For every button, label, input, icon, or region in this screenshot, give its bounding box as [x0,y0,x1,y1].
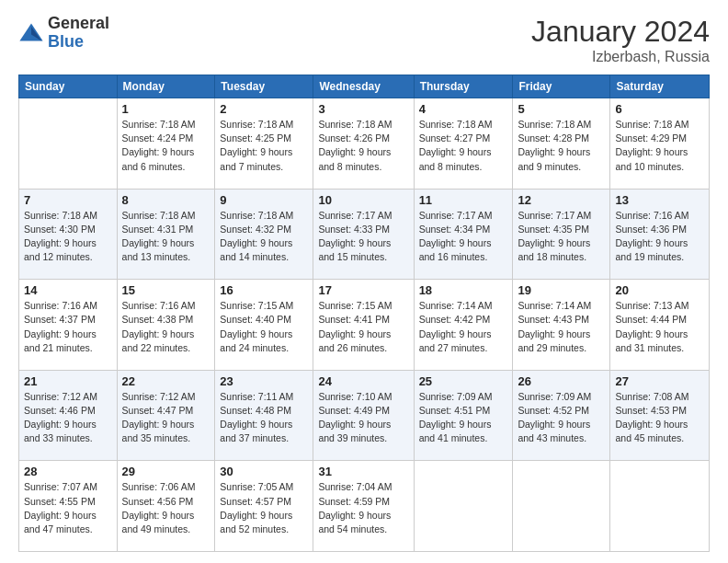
cell-day-number: 12 [518,193,605,207]
calendar-cell: 23Sunrise: 7:11 AM Sunset: 4:48 PM Dayli… [215,370,313,461]
cell-info: Sunrise: 7:18 AM Sunset: 4:31 PM Dayligh… [122,209,210,265]
cell-day-number: 21 [24,374,112,388]
cell-day-number: 27 [615,374,704,388]
cell-day-number: 18 [419,283,508,297]
header-cell-monday: Monday [117,75,215,98]
cell-day-number: 30 [220,465,308,478]
cell-info: Sunrise: 7:15 AM Sunset: 4:40 PM Dayligh… [220,299,308,355]
cell-day-number: 13 [615,193,704,207]
cell-info: Sunrise: 7:18 AM Sunset: 4:30 PM Dayligh… [24,209,112,265]
cell-info: Sunrise: 7:18 AM Sunset: 4:24 PM Dayligh… [122,118,210,174]
calendar-cell: 1Sunrise: 7:18 AM Sunset: 4:24 PM Daylig… [117,98,215,190]
cell-day-number: 9 [220,193,308,207]
calendar-cell: 10Sunrise: 7:17 AM Sunset: 4:33 PM Dayli… [313,189,414,280]
calendar-cell: 7Sunrise: 7:18 AM Sunset: 4:30 PM Daylig… [19,189,118,280]
calendar-cell [513,461,610,552]
cell-info: Sunrise: 7:18 AM Sunset: 4:27 PM Dayligh… [419,118,508,174]
cell-info: Sunrise: 7:09 AM Sunset: 4:51 PM Dayligh… [419,390,508,446]
calendar-cell: 26Sunrise: 7:09 AM Sunset: 4:52 PM Dayli… [513,370,610,461]
calendar-cell: 13Sunrise: 7:16 AM Sunset: 4:36 PM Dayli… [610,189,710,280]
week-row-4: 28Sunrise: 7:07 AM Sunset: 4:55 PM Dayli… [19,461,710,552]
cell-day-number: 16 [220,283,308,297]
cell-day-number: 31 [318,465,408,478]
logo: General Blue [18,15,109,52]
cell-info: Sunrise: 7:17 AM Sunset: 4:33 PM Dayligh… [318,209,408,265]
cell-info: Sunrise: 7:04 AM Sunset: 4:59 PM Dayligh… [318,480,408,536]
cell-day-number: 7 [24,193,112,207]
header-cell-thursday: Thursday [414,75,513,98]
header-cell-tuesday: Tuesday [215,75,313,98]
cell-day-number: 23 [220,374,308,388]
calendar-cell: 6Sunrise: 7:18 AM Sunset: 4:29 PM Daylig… [610,98,710,190]
week-row-2: 14Sunrise: 7:16 AM Sunset: 4:37 PM Dayli… [19,280,710,371]
cell-info: Sunrise: 7:17 AM Sunset: 4:34 PM Dayligh… [419,209,508,265]
cell-info: Sunrise: 7:18 AM Sunset: 4:25 PM Dayligh… [220,118,308,174]
cell-info: Sunrise: 7:16 AM Sunset: 4:38 PM Dayligh… [122,299,210,355]
header-row: SundayMondayTuesdayWednesdayThursdayFrid… [19,75,710,98]
cell-info: Sunrise: 7:16 AM Sunset: 4:36 PM Dayligh… [615,209,704,265]
cell-day-number: 20 [615,283,704,297]
cell-info: Sunrise: 7:07 AM Sunset: 4:55 PM Dayligh… [24,480,112,536]
cell-info: Sunrise: 7:16 AM Sunset: 4:37 PM Dayligh… [24,299,112,355]
cell-day-number: 3 [318,102,408,116]
calendar-cell: 19Sunrise: 7:14 AM Sunset: 4:43 PM Dayli… [513,280,610,371]
calendar-cell: 31Sunrise: 7:04 AM Sunset: 4:59 PM Dayli… [313,461,414,552]
cell-info: Sunrise: 7:06 AM Sunset: 4:56 PM Dayligh… [122,480,210,536]
title-block: January 2024 Izberbash, Russia [531,15,710,65]
calendar-cell: 20Sunrise: 7:13 AM Sunset: 4:44 PM Dayli… [610,280,710,371]
calendar-cell: 16Sunrise: 7:15 AM Sunset: 4:40 PM Dayli… [215,280,313,371]
cell-info: Sunrise: 7:14 AM Sunset: 4:42 PM Dayligh… [419,299,508,355]
logo-blue-text: Blue [48,33,109,52]
cell-day-number: 28 [24,465,112,478]
logo-text: General Blue [48,15,109,52]
cell-day-number: 11 [419,193,508,207]
calendar-table: SundayMondayTuesdayWednesdayThursdayFrid… [18,75,710,552]
cell-info: Sunrise: 7:14 AM Sunset: 4:43 PM Dayligh… [518,299,605,355]
calendar-cell: 8Sunrise: 7:18 AM Sunset: 4:31 PM Daylig… [117,189,215,280]
cell-info: Sunrise: 7:09 AM Sunset: 4:52 PM Dayligh… [518,390,605,446]
cell-day-number: 29 [122,465,210,478]
cell-info: Sunrise: 7:17 AM Sunset: 4:35 PM Dayligh… [518,209,605,265]
logo-general-text: General [48,15,109,33]
cell-info: Sunrise: 7:18 AM Sunset: 4:28 PM Dayligh… [518,118,605,174]
cell-day-number: 8 [122,193,210,207]
calendar-cell: 12Sunrise: 7:17 AM Sunset: 4:35 PM Dayli… [513,189,610,280]
week-row-3: 21Sunrise: 7:12 AM Sunset: 4:46 PM Dayli… [19,370,710,461]
cell-day-number: 5 [518,102,605,116]
calendar-cell: 17Sunrise: 7:15 AM Sunset: 4:41 PM Dayli… [313,280,414,371]
cell-day-number: 14 [24,283,112,297]
week-row-0: 1Sunrise: 7:18 AM Sunset: 4:24 PM Daylig… [19,98,710,190]
calendar-cell: 5Sunrise: 7:18 AM Sunset: 4:28 PM Daylig… [513,98,610,190]
header-cell-sunday: Sunday [19,75,118,98]
cell-info: Sunrise: 7:18 AM Sunset: 4:29 PM Dayligh… [615,118,704,174]
header: General Blue January 2024 Izberbash, Rus… [18,15,710,65]
calendar-cell: 4Sunrise: 7:18 AM Sunset: 4:27 PM Daylig… [414,98,513,190]
cell-info: Sunrise: 7:08 AM Sunset: 4:53 PM Dayligh… [615,390,704,446]
cell-day-number: 6 [615,102,704,116]
cell-info: Sunrise: 7:18 AM Sunset: 4:32 PM Dayligh… [220,209,308,265]
cell-info: Sunrise: 7:05 AM Sunset: 4:57 PM Dayligh… [220,480,308,536]
calendar-cell: 28Sunrise: 7:07 AM Sunset: 4:55 PM Dayli… [19,461,118,552]
calendar-cell: 11Sunrise: 7:17 AM Sunset: 4:34 PM Dayli… [414,189,513,280]
location-title: Izberbash, Russia [531,49,710,65]
cell-day-number: 25 [419,374,508,388]
calendar-cell: 25Sunrise: 7:09 AM Sunset: 4:51 PM Dayli… [414,370,513,461]
calendar-cell: 14Sunrise: 7:16 AM Sunset: 4:37 PM Dayli… [19,280,118,371]
cell-info: Sunrise: 7:10 AM Sunset: 4:49 PM Dayligh… [318,390,408,446]
cell-info: Sunrise: 7:12 AM Sunset: 4:47 PM Dayligh… [122,390,210,446]
calendar-cell: 15Sunrise: 7:16 AM Sunset: 4:38 PM Dayli… [117,280,215,371]
cell-day-number: 10 [318,193,408,207]
calendar-cell: 3Sunrise: 7:18 AM Sunset: 4:26 PM Daylig… [313,98,414,190]
cell-info: Sunrise: 7:13 AM Sunset: 4:44 PM Dayligh… [615,299,704,355]
header-cell-wednesday: Wednesday [313,75,414,98]
month-title: January 2024 [531,15,710,49]
calendar-cell: 27Sunrise: 7:08 AM Sunset: 4:53 PM Dayli… [610,370,710,461]
cell-day-number: 24 [318,374,408,388]
cell-day-number: 22 [122,374,210,388]
page: General Blue January 2024 Izberbash, Rus… [0,0,728,563]
logo-icon [18,20,44,46]
cell-day-number: 26 [518,374,605,388]
calendar-cell [414,461,513,552]
cell-day-number: 4 [419,102,508,116]
calendar-cell: 29Sunrise: 7:06 AM Sunset: 4:56 PM Dayli… [117,461,215,552]
